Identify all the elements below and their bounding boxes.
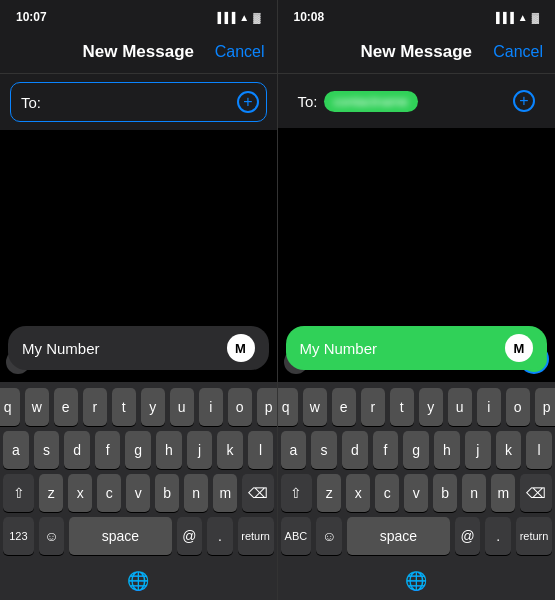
key-n-right[interactable]: n <box>462 474 486 512</box>
key-v-left[interactable]: v <box>126 474 150 512</box>
my-number-bubble-left[interactable]: My Number M <box>8 326 269 370</box>
key-m-left[interactable]: m <box>213 474 237 512</box>
key-o-right[interactable]: o <box>506 388 530 426</box>
key-p-left[interactable]: p <box>257 388 278 426</box>
key-x-left[interactable]: x <box>68 474 92 512</box>
status-time-right: 10:08 <box>294 10 325 24</box>
globe-icon-left[interactable]: 🌐 <box>127 570 149 592</box>
key-y-right[interactable]: y <box>419 388 443 426</box>
my-number-label-left: My Number <box>22 340 217 357</box>
key-return-right[interactable]: return <box>516 517 552 555</box>
status-bar-left: 10:07 ▐▐▐ ▲ ▓ <box>0 0 277 30</box>
key-k-left[interactable]: k <box>217 431 243 469</box>
message-area-right: › ↑ My Number M <box>278 128 556 382</box>
my-number-bubble-right[interactable]: My Number M <box>286 326 548 370</box>
key-row-1-right: q w e r t y u i o p <box>281 388 553 426</box>
key-c-left[interactable]: c <box>97 474 121 512</box>
key-l-left[interactable]: l <box>248 431 274 469</box>
key-t-left[interactable]: t <box>112 388 136 426</box>
key-z-right[interactable]: z <box>317 474 341 512</box>
key-t-right[interactable]: t <box>390 388 414 426</box>
key-f-right[interactable]: f <box>373 431 399 469</box>
key-q-right[interactable]: q <box>278 388 298 426</box>
key-u-right[interactable]: u <box>448 388 472 426</box>
key-d-right[interactable]: d <box>342 431 368 469</box>
key-n-left[interactable]: n <box>184 474 208 512</box>
key-space-left[interactable]: space <box>69 517 171 555</box>
key-shift-right[interactable]: ⇧ <box>281 474 313 512</box>
key-row-2-right: a s d f g h j k l <box>281 431 553 469</box>
key-delete-left[interactable]: ⌫ <box>242 474 273 512</box>
wifi-icon-left: ▲ <box>239 12 249 23</box>
battery-icon-right: ▓ <box>532 12 539 23</box>
key-w-left[interactable]: w <box>25 388 49 426</box>
key-q-left[interactable]: q <box>0 388 20 426</box>
key-d-left[interactable]: d <box>64 431 90 469</box>
key-m-right[interactable]: m <box>491 474 515 512</box>
status-icons-right: ▐▐▐ ▲ ▓ <box>493 12 539 23</box>
status-time-left: 10:07 <box>16 10 47 24</box>
cancel-button-left[interactable]: Cancel <box>215 43 265 61</box>
to-input-left[interactable] <box>47 94 237 111</box>
key-h-right[interactable]: h <box>434 431 460 469</box>
my-number-container-left: My Number M <box>0 326 277 374</box>
key-emoji-right[interactable]: ☺ <box>316 517 342 555</box>
key-y-left[interactable]: y <box>141 388 165 426</box>
key-j-right[interactable]: j <box>465 431 491 469</box>
key-o-left[interactable]: o <box>228 388 252 426</box>
key-p-right[interactable]: p <box>535 388 555 426</box>
key-space-right[interactable]: space <box>347 517 450 555</box>
key-k-right[interactable]: k <box>496 431 522 469</box>
key-at-right[interactable]: @ <box>455 517 481 555</box>
status-bar-right: 10:08 ▐▐▐ ▲ ▓ <box>278 0 556 30</box>
my-number-container-right: My Number M <box>278 326 556 374</box>
key-dot-right[interactable]: . <box>485 517 511 555</box>
key-s-left[interactable]: s <box>34 431 60 469</box>
key-v-right[interactable]: v <box>404 474 428 512</box>
key-g-right[interactable]: g <box>403 431 429 469</box>
key-i-right[interactable]: i <box>477 388 501 426</box>
key-emoji-left[interactable]: ☺ <box>39 517 65 555</box>
globe-icon-right[interactable]: 🌐 <box>405 570 427 592</box>
key-r-left[interactable]: r <box>83 388 107 426</box>
key-at-left[interactable]: @ <box>177 517 203 555</box>
key-c-right[interactable]: c <box>375 474 399 512</box>
add-recipient-button-right[interactable]: + <box>513 90 535 112</box>
cancel-button-right[interactable]: Cancel <box>493 43 543 61</box>
key-g-left[interactable]: g <box>125 431 151 469</box>
key-abc-right[interactable]: ABC <box>281 517 312 555</box>
signal-icon-right: ▐▐▐ <box>493 12 514 23</box>
key-s-right[interactable]: s <box>311 431 337 469</box>
key-w-right[interactable]: w <box>303 388 327 426</box>
status-icons-left: ▐▐▐ ▲ ▓ <box>214 12 260 23</box>
key-i-left[interactable]: i <box>199 388 223 426</box>
key-a-right[interactable]: a <box>281 431 307 469</box>
key-delete-right[interactable]: ⌫ <box>520 474 552 512</box>
recipient-chip-right[interactable]: contactname <box>324 91 418 112</box>
key-b-left[interactable]: b <box>155 474 179 512</box>
key-h-left[interactable]: h <box>156 431 182 469</box>
key-123-left[interactable]: 123 <box>3 517 34 555</box>
key-e-right[interactable]: e <box>332 388 356 426</box>
add-recipient-button-left[interactable]: + <box>237 91 259 113</box>
key-l-right[interactable]: l <box>526 431 552 469</box>
key-j-left[interactable]: j <box>187 431 213 469</box>
key-row-2-left: a s d f g h j k l <box>3 431 274 469</box>
my-number-avatar-left: M <box>227 334 255 362</box>
key-e-left[interactable]: e <box>54 388 78 426</box>
key-z-left[interactable]: z <box>39 474 63 512</box>
to-field-left[interactable]: To: + <box>10 82 267 122</box>
key-a-left[interactable]: a <box>3 431 29 469</box>
key-x-right[interactable]: x <box>346 474 370 512</box>
key-b-right[interactable]: b <box>433 474 457 512</box>
keyboard-left: q w e r t y u i o p a s d f g h j k l ⇧ … <box>0 382 277 564</box>
key-u-left[interactable]: u <box>170 388 194 426</box>
key-shift-left[interactable]: ⇧ <box>3 474 34 512</box>
key-dot-left[interactable]: . <box>207 517 233 555</box>
left-screen: 10:07 ▐▐▐ ▲ ▓ New Message Cancel To: + ›… <box>0 0 278 600</box>
key-return-left[interactable]: return <box>238 517 274 555</box>
wifi-icon-right: ▲ <box>518 12 528 23</box>
key-f-left[interactable]: f <box>95 431 121 469</box>
key-r-right[interactable]: r <box>361 388 385 426</box>
to-field-right[interactable]: To: contactname + <box>288 82 546 120</box>
